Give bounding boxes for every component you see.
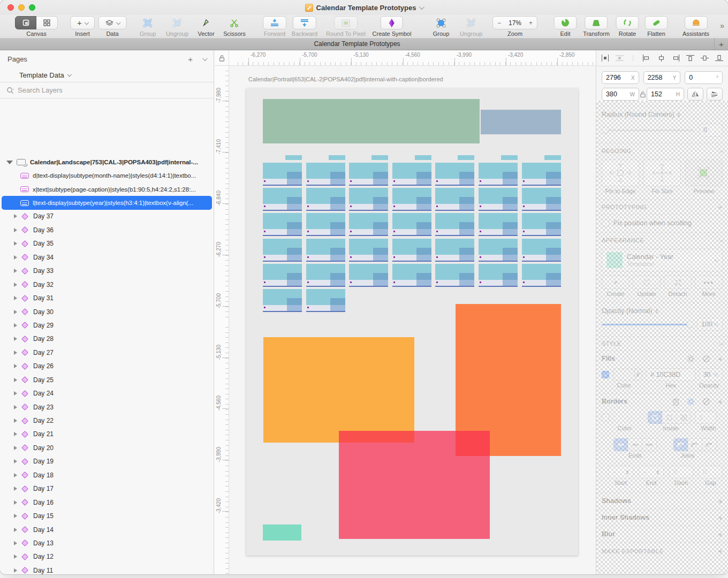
calendar-day-cell[interactable] xyxy=(349,264,388,287)
search-layers-field[interactable] xyxy=(0,82,214,98)
assistants-button[interactable] xyxy=(684,16,707,29)
calendar-day-cell[interactable] xyxy=(263,163,302,186)
group-button[interactable] xyxy=(429,16,453,29)
layer-row-day-33[interactable]: Day 33 xyxy=(0,264,214,278)
rotate-button[interactable] xyxy=(616,16,639,29)
calendar-day-cell[interactable] xyxy=(479,213,518,236)
scissors-button[interactable] xyxy=(223,16,246,29)
disclosure-triangle-icon[interactable] xyxy=(14,541,17,545)
layer-row-day-32[interactable]: Day 32 xyxy=(0,278,214,291)
disclosure-triangle-icon[interactable] xyxy=(14,214,17,218)
align-top-icon[interactable] xyxy=(686,55,694,62)
layer-row-day-23[interactable]: Day 23 xyxy=(0,400,214,414)
calendar-day-cell[interactable] xyxy=(479,188,518,211)
artboard[interactable] xyxy=(246,88,578,556)
layer-row-day-22[interactable]: Day 22 xyxy=(0,414,214,427)
transform-button[interactable] xyxy=(585,16,608,29)
calendar-day-cell[interactable] xyxy=(306,188,345,211)
calendar-day-cell[interactable] xyxy=(479,163,518,186)
align-bottom-icon[interactable] xyxy=(715,55,723,62)
calendar-day-cell[interactable] xyxy=(263,239,302,262)
align-middle-vertical-icon[interactable] xyxy=(701,55,709,62)
rotation-field[interactable]: 0° xyxy=(685,71,723,84)
layer-row-text-selected[interactable]: l|text-display|subtype(year)|styles(h3:4… xyxy=(2,196,212,209)
calendar-day-cell[interactable] xyxy=(306,163,345,186)
disclosure-triangle-icon[interactable] xyxy=(14,486,17,491)
shape-orange-rect[interactable] xyxy=(263,337,414,443)
align-right-icon[interactable] xyxy=(672,55,680,62)
layer-row-day-26[interactable]: Day 26 xyxy=(0,360,214,373)
width-field[interactable]: 380W xyxy=(602,88,639,101)
disclosure-triangle-icon[interactable] xyxy=(14,310,17,314)
layer-row-day-37[interactable]: Day 37 xyxy=(0,210,214,223)
layer-row-day-17[interactable]: Day 17 xyxy=(0,482,214,496)
disclosure-triangle-icon[interactable] xyxy=(14,514,17,518)
calendar-day-cell[interactable] xyxy=(435,163,474,186)
calendar-day-cell[interactable] xyxy=(263,264,302,287)
calendar-day-cell[interactable] xyxy=(479,264,518,287)
aspect-lock-icon[interactable] xyxy=(639,91,647,97)
layer-row-day-12[interactable]: Day 12 xyxy=(0,550,214,564)
insert-button[interactable]: + xyxy=(70,16,95,29)
tab-document[interactable]: Calendar Template Prototypes xyxy=(0,40,714,48)
calendar-day-cell[interactable] xyxy=(392,163,431,186)
shape-green-rect[interactable] xyxy=(263,99,480,143)
calendar-day-cell[interactable] xyxy=(435,188,474,211)
edit-button[interactable] xyxy=(554,16,577,29)
search-input[interactable] xyxy=(18,86,207,94)
disclosure-triangle-icon[interactable] xyxy=(14,323,17,328)
add-page-button[interactable]: + xyxy=(188,55,193,64)
layer-row-day-36[interactable]: Day 36 xyxy=(0,223,214,237)
calendar-day-cell[interactable] xyxy=(522,239,561,262)
disclosure-triangle-icon[interactable] xyxy=(14,446,17,450)
y-position-field[interactable]: 2258Y xyxy=(643,71,681,84)
calendar-day-cell[interactable] xyxy=(392,239,431,262)
canvas-area[interactable]: -6,270-5,700-5,130-4,560-3,990-3,420-2,8… xyxy=(215,50,596,574)
calendar-day-cell[interactable] xyxy=(306,264,345,287)
pages-collapse-chevron-icon[interactable] xyxy=(202,56,208,61)
ungroup-button[interactable] xyxy=(165,16,189,29)
layer-row-day-29[interactable]: Day 29 xyxy=(0,318,214,332)
layer-row-day-20[interactable]: Day 20 xyxy=(0,441,214,454)
calendar-day-cell[interactable] xyxy=(522,163,561,186)
layer-row-day-24[interactable]: Day 24 xyxy=(0,386,214,400)
disclosure-triangle-icon[interactable] xyxy=(14,432,17,436)
disclosure-triangle-icon[interactable] xyxy=(14,337,17,341)
disclosure-triangle-icon[interactable] xyxy=(14,554,17,559)
round-to-pixel-button[interactable] xyxy=(334,16,358,29)
shape-teal-rect[interactable] xyxy=(263,524,301,541)
zoom-out-button[interactable]: − xyxy=(493,19,505,27)
calendar-day-cell[interactable] xyxy=(435,239,474,262)
zoom-in-button[interactable]: + xyxy=(525,19,537,27)
layer-row-day-13[interactable]: Day 13 xyxy=(0,536,214,550)
artboard-title[interactable]: Calendar|Portrait|653|CAL-2|POPSA402|pdf… xyxy=(248,76,443,82)
disclosure-triangle-icon[interactable] xyxy=(14,364,17,368)
calendar-day-cell[interactable] xyxy=(349,239,388,262)
calendar-day-cell[interactable] xyxy=(435,264,474,287)
data-button[interactable] xyxy=(98,16,127,29)
layer-row-day-19[interactable]: Day 19 xyxy=(0,455,214,468)
disclosure-triangle-icon[interactable] xyxy=(14,568,17,573)
disclosure-triangle-icon[interactable] xyxy=(14,391,17,396)
calendar-day-cell[interactable] xyxy=(349,188,388,211)
vector-button[interactable] xyxy=(194,16,218,29)
canvas-viewport[interactable]: Calendar|Portrait|653|CAL-2|POPSA402|pdf… xyxy=(229,66,596,574)
layer-row-day-25[interactable]: Day 25 xyxy=(0,373,214,386)
calendar-day-cell[interactable] xyxy=(263,213,302,236)
calendar-day-cell[interactable] xyxy=(479,239,518,262)
calendar-day-cell[interactable] xyxy=(263,289,302,312)
disclosure-triangle-icon[interactable] xyxy=(14,255,17,260)
layer-row-day-35[interactable]: Day 35 xyxy=(0,237,214,250)
calendar-day-cell[interactable] xyxy=(392,188,431,211)
calendar-day-cell[interactable] xyxy=(306,213,345,236)
layer-row-day-11[interactable]: Day 11 xyxy=(0,564,214,574)
align-center-horizontal-icon[interactable] xyxy=(657,55,665,62)
layer-row-day-27[interactable]: Day 27 xyxy=(0,346,214,359)
ruler-corner[interactable] xyxy=(215,50,229,66)
calendar-day-cell[interactable] xyxy=(435,213,474,236)
shape-pink-rect[interactable] xyxy=(339,431,490,539)
calendar-day-cell[interactable] xyxy=(522,188,561,211)
layer-row-day-30[interactable]: Day 30 xyxy=(0,305,214,318)
toolbar-overflow-button[interactable]: » xyxy=(720,21,724,30)
disclosure-triangle-icon[interactable] xyxy=(14,528,17,532)
